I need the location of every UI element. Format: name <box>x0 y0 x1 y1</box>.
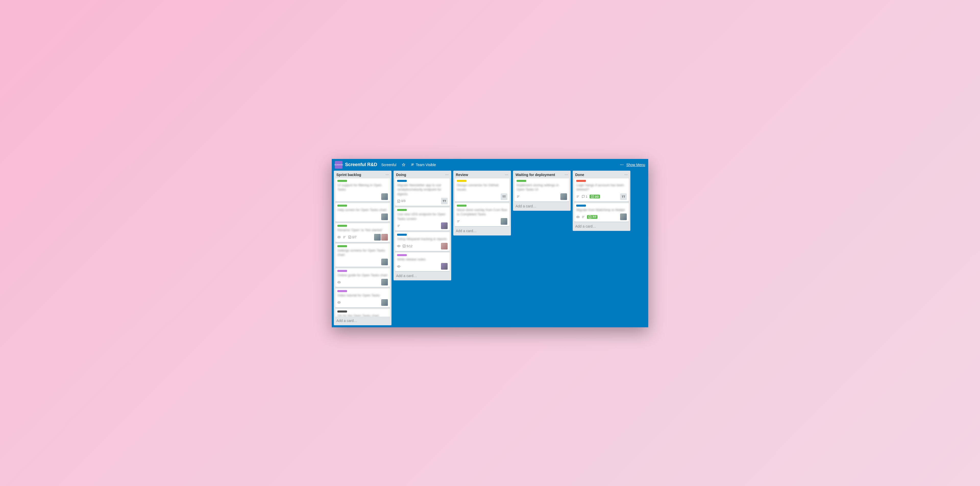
board-canvas[interactable]: Sprint backlog ··· UI support for filter… <box>332 171 648 327</box>
description-badge <box>457 220 460 223</box>
card-badges: 0/3 <box>397 199 406 203</box>
checklist-complete-badge: 7/7 <box>587 215 597 219</box>
show-menu-button[interactable]: Show Menu <box>626 163 645 167</box>
card-badges <box>517 195 520 198</box>
add-card-button[interactable]: Add a card… <box>573 222 630 231</box>
card-label[interactable] <box>397 180 407 182</box>
card[interactable]: Help screen for Open Tasks chart <box>335 203 390 222</box>
member-avatar[interactable] <box>381 214 388 220</box>
card-label[interactable] <box>397 209 407 211</box>
member-initials[interactable]: TT <box>441 198 448 204</box>
watch-badge <box>337 281 341 284</box>
card-title: Migrate Newsletter app to use /analytics… <box>397 183 448 197</box>
card-title: UI support for filtering in Open Tasks <box>337 183 388 192</box>
card[interactable]: Use new UDS endpoint for Open Tasks scre… <box>395 207 450 230</box>
list-title[interactable]: Done <box>575 173 584 177</box>
member-avatar[interactable] <box>381 279 388 286</box>
visibility-button[interactable]: Team Visible <box>409 162 438 168</box>
card-label[interactable] <box>397 234 407 236</box>
watch-badge <box>397 245 401 248</box>
visibility-label: Team Visible <box>416 163 436 167</box>
card[interactable]: Write release notes <box>395 253 450 272</box>
card-label[interactable] <box>337 180 347 182</box>
member-avatar[interactable] <box>374 234 381 241</box>
card-label[interactable] <box>337 270 347 272</box>
member-initials[interactable]: TT <box>501 194 508 200</box>
card[interactable]: Design connector for GitHub issues TT <box>455 178 509 202</box>
member-avatar[interactable] <box>441 263 448 270</box>
card[interactable]: Migrate from Mailchimp to Mailjet 7/7 <box>574 203 629 222</box>
member-avatar[interactable] <box>501 218 508 225</box>
card-label[interactable] <box>457 205 466 206</box>
card-label[interactable] <box>576 180 586 182</box>
member-avatar[interactable] <box>560 194 567 200</box>
svg-point-9 <box>339 302 339 303</box>
add-card-button[interactable]: Add a card… <box>513 202 571 211</box>
card-members <box>381 259 388 265</box>
card-title: Write release notes <box>397 257 448 262</box>
list-menu-button[interactable]: ··· <box>565 173 568 176</box>
list-menu-button[interactable]: ··· <box>625 173 628 176</box>
list-menu-button[interactable]: ··· <box>505 173 508 176</box>
card[interactable]: QA for the Open Tasks chart TT <box>335 309 390 317</box>
card[interactable]: Video tutorial for Open Tasks <box>335 289 390 307</box>
svg-marker-0 <box>402 163 405 166</box>
list-cards: UI support for filtering in Open Tasks H… <box>334 178 391 317</box>
card[interactable]: Rename 'Open' to 'Not started' 0/7 <box>335 223 390 242</box>
board-title[interactable]: Screenful R&D <box>345 162 377 167</box>
list-title[interactable]: Sprint backlog <box>336 173 361 177</box>
card-members: TT <box>441 198 448 204</box>
member-avatar[interactable] <box>441 243 448 249</box>
add-card-button[interactable]: Add a card… <box>453 227 511 235</box>
card-label[interactable] <box>337 245 347 247</box>
star-board-button[interactable] <box>401 162 407 167</box>
checklist-icon <box>588 215 592 219</box>
card-footer <box>337 279 388 286</box>
card-label[interactable] <box>457 180 466 182</box>
checklist-complete-badge: 2/2 <box>590 195 600 199</box>
member-avatar[interactable] <box>441 222 448 229</box>
member-avatar[interactable] <box>381 194 388 200</box>
card-members <box>374 234 388 241</box>
add-card-button[interactable]: Add a card… <box>393 272 451 280</box>
team-name-button[interactable]: Screenful <box>380 162 398 168</box>
team-logo[interactable]: Screenful <box>335 161 342 168</box>
card[interactable]: Migrate Newsletter app to use /analytics… <box>395 178 450 206</box>
member-avatar[interactable] <box>620 214 627 220</box>
menu-ellipsis-icon[interactable]: ··· <box>620 163 624 167</box>
list-title[interactable]: Review <box>456 173 468 177</box>
add-card-button[interactable]: Add a card… <box>334 317 391 325</box>
description-icon <box>517 195 520 198</box>
member-avatar[interactable] <box>381 259 388 265</box>
card-label[interactable] <box>337 290 347 292</box>
card-title: Help screen for Open Tasks chart <box>337 208 388 212</box>
card-label[interactable] <box>337 225 347 227</box>
list-menu-button[interactable]: ··· <box>445 173 449 176</box>
watch-badge <box>337 301 341 304</box>
card-label[interactable] <box>517 180 526 182</box>
card-footer: TT <box>457 194 508 200</box>
card[interactable]: Settings screens for Open Tasks chart <box>335 244 390 267</box>
member-avatar[interactable] <box>381 299 388 306</box>
card[interactable]: Setup Mixpanel tracking & reports 5/12 <box>395 232 450 251</box>
card-label[interactable] <box>337 205 347 206</box>
card-footer <box>457 218 508 225</box>
list-title[interactable]: Doing <box>396 173 406 177</box>
card-footer: 0/7 <box>337 234 388 241</box>
member-avatar[interactable] <box>381 234 388 241</box>
card-label[interactable] <box>397 254 407 256</box>
member-initials[interactable]: TT <box>620 194 627 200</box>
list-title[interactable]: Waiting for deployment <box>515 173 555 177</box>
card-members <box>620 214 627 220</box>
card-label[interactable] <box>337 310 347 313</box>
card[interactable]: Move done overlay from Cum flow to Compl… <box>455 203 509 226</box>
card[interactable]: Login hangs if account has been deleted?… <box>574 178 629 202</box>
card[interactable]: Online guide for Open Tasks chart <box>335 268 390 287</box>
card[interactable]: UI support for filtering in Open Tasks <box>335 178 390 202</box>
eye-icon <box>337 281 341 284</box>
description-icon <box>576 195 579 198</box>
card-members <box>501 218 508 225</box>
list-menu-button[interactable]: ··· <box>386 173 389 176</box>
card-label[interactable] <box>576 205 586 206</box>
card[interactable]: Implement storing settings in Open Tasks… <box>514 178 569 202</box>
